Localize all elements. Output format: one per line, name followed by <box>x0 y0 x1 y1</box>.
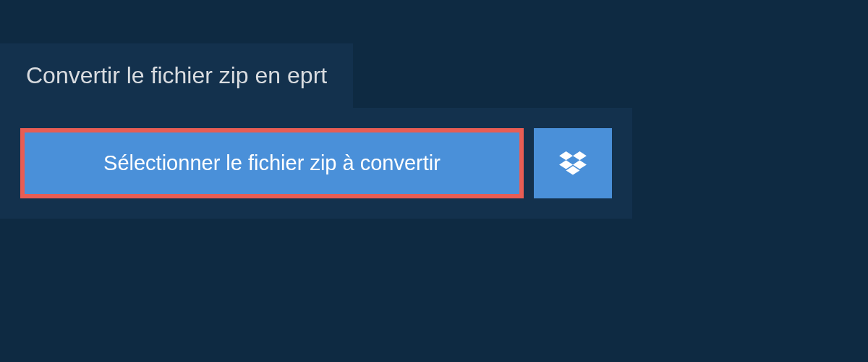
button-row: Sélectionner le fichier zip à convertir <box>20 128 612 198</box>
converter-panel: Sélectionner le fichier zip à convertir <box>0 108 632 219</box>
tab-title: Convertir le fichier zip en eprt <box>26 62 327 88</box>
tab-header: Convertir le fichier zip en eprt <box>0 43 353 108</box>
select-file-button[interactable]: Sélectionner le fichier zip à convertir <box>20 128 524 198</box>
select-file-label: Sélectionner le fichier zip à convertir <box>103 151 441 175</box>
dropbox-button[interactable] <box>534 128 612 198</box>
dropbox-icon <box>559 151 587 176</box>
